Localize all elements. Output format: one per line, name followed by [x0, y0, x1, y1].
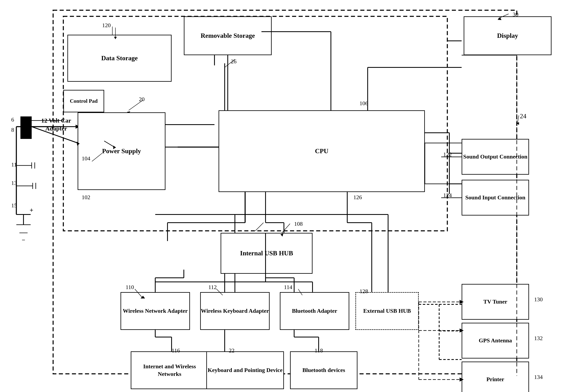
ref-15: 15: [11, 202, 17, 209]
ref-122: 122: [443, 151, 452, 158]
svg-line-96: [282, 224, 290, 233]
ref-120: 120: [102, 22, 111, 28]
sound-output-box: Sound Output Connection: [462, 139, 529, 175]
internet-wireless-box: Internet and Wireless Networks: [131, 351, 208, 389]
ref-132: 132: [534, 335, 543, 342]
car-adapter-device: [20, 116, 32, 139]
ref-26: 26: [231, 58, 236, 65]
ref-13: 13: [11, 180, 17, 186]
ref-20: 20: [139, 96, 145, 103]
diagram: 30 24 Data Storage 120 Removable Storage…: [0, 0, 566, 392]
bluetooth-adapter-box: Bluetooth Adapter: [280, 292, 349, 330]
power-supply-box: Power Supply: [78, 112, 166, 190]
wireless-network-adapter-box: Wireless Network Adapter: [121, 292, 190, 330]
data-storage-box: Data Storage: [68, 35, 172, 82]
svg-marker-107: [516, 122, 519, 125]
ref-118: 118: [315, 347, 323, 354]
gps-antenna-box: GPS Antenna: [462, 323, 529, 359]
sound-input-box: Sound Input Connection: [462, 180, 529, 215]
wireless-keyboard-adapter-box: Wireless Keyboard Adapter: [200, 292, 270, 330]
control-pad-box: Control Pad: [63, 90, 104, 112]
cpu-box: CPU: [219, 110, 425, 192]
svg-line-57: [255, 223, 263, 231]
removable-storage-box: Removable Storage: [184, 16, 272, 55]
ref-22: 22: [229, 347, 235, 354]
ref-11: 11: [11, 161, 17, 168]
ref-124: 124: [443, 192, 452, 198]
svg-line-106: [518, 115, 519, 123]
ref-24: 24: [520, 112, 526, 120]
ref-130: 130: [534, 296, 543, 303]
ref-106: 106: [359, 100, 368, 107]
ref-126: 126: [353, 194, 362, 201]
ref-102: 102: [82, 194, 90, 201]
printer-box: Printer: [462, 362, 529, 392]
ref-128: 128: [359, 288, 368, 294]
ref-110: 110: [126, 284, 134, 291]
internal-usb-hub-box: Internal USB HUB: [221, 233, 313, 274]
display-box: Display: [464, 16, 552, 55]
bluetooth-devices-box: Bluetooth devices: [290, 351, 358, 389]
ref-112: 112: [208, 284, 217, 291]
ref-114: 114: [284, 284, 292, 291]
external-usb-hub-box: External USB HUB: [355, 292, 419, 330]
car-adapter-label: 12 Volt Car Adapter: [34, 116, 79, 132]
ref-6: 6: [11, 116, 14, 123]
plus-sign: +: [30, 206, 33, 214]
ref-104: 104: [82, 155, 90, 162]
ref-134: 134: [534, 374, 543, 380]
keyboard-pointing-box: Keyboard and Pointing Device: [206, 351, 284, 389]
ref-116: 116: [172, 347, 180, 354]
ref-108: 108: [294, 221, 303, 227]
tv-tuner-box: TV Tuner: [462, 284, 529, 320]
ref-8: 8: [11, 127, 14, 133]
